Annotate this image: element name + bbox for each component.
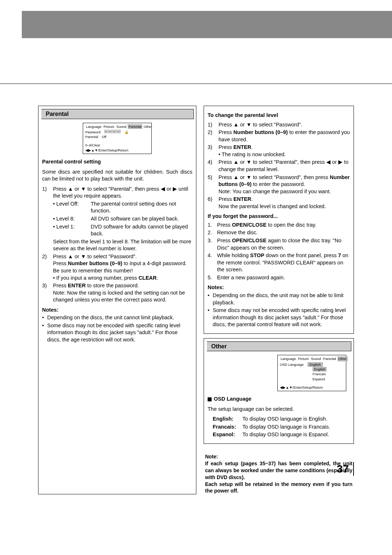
step-text: down on the front panel, press <box>264 252 338 258</box>
osd-hint: ◀▶▲▼/Enter/Setup/Return <box>280 385 344 390</box>
fstep-1: Press OPEN/CLOSE to open the disc tray. <box>208 222 350 229</box>
step-text: Press ▲ or ▼ to select "Parental", then … <box>219 159 348 172</box>
step-text: . <box>157 275 158 281</box>
notes-list: Depending on the discs, the unit may not… <box>208 292 350 328</box>
osd-lang-desc: To display OSD language is Francais. <box>242 424 330 431</box>
square-bullet-icon <box>208 397 212 401</box>
step-2: Press ▲ or ▼ to select "Password". Press… <box>42 253 192 281</box>
osd-option: English <box>313 367 327 372</box>
final-note: Note: If each setup (pages 35~37) has be… <box>204 453 354 494</box>
change-steps: Press ▲ or ▼ to select "Password". Press… <box>208 121 350 210</box>
note-line: Each setup will be retained in the memor… <box>205 481 352 494</box>
note-item: Depending on the discs, the unit cannot … <box>42 314 192 321</box>
level-row: Level 8:All DVD software can be played b… <box>58 215 192 223</box>
step-text: Press ▲ or ▼ to select "Password". <box>219 122 302 127</box>
notes-list: Depending on the discs, the unit cannot … <box>42 314 192 343</box>
step-sub: • The rating is now unlocked. <box>219 151 286 157</box>
fstep-3: Press OPEN/CLOSE again to close the disc… <box>208 237 350 251</box>
step-bold: ENTER <box>68 283 86 288</box>
level-desc: All DVD software can be played back. <box>91 215 179 223</box>
step-bold: OPEN/CLOSE <box>232 222 266 228</box>
forgot-steps: Press OPEN/CLOSE to open the disc tray. … <box>208 222 350 281</box>
notes-label: Notes: <box>42 307 192 314</box>
osd-tab: Sound <box>310 356 322 361</box>
osd-tab: Language <box>85 124 102 129</box>
step-text: to open the disc tray. <box>266 222 317 228</box>
step-text: Press <box>217 238 232 243</box>
step-text: Press <box>53 283 68 288</box>
parental-control-subhead: Parental control setting <box>42 158 192 166</box>
step-note: Note: Now the rating is locked and the s… <box>53 290 185 303</box>
step-text: Press <box>217 222 232 228</box>
step-bold: ENTER <box>233 144 251 150</box>
parental-heading: Parental <box>41 109 194 119</box>
step-text: Remove the disc. <box>217 230 258 235</box>
step-bold: Number buttons (0–9) <box>68 260 122 266</box>
osd-lang-desc: To display OSD language is English. <box>242 416 327 423</box>
osd-tab-selected: Other <box>338 356 348 361</box>
osd-tab: Language <box>280 356 297 361</box>
step-text: While holding <box>217 252 250 258</box>
osd-row-value: Off <box>102 134 106 139</box>
step-note: Note: You can change the password if you… <box>219 189 331 194</box>
fstep-2: Remove the disc. <box>208 229 350 236</box>
osd-lang-name: Espanol: <box>213 431 242 438</box>
osd-lang-row: Francais:To display OSD language is Fran… <box>213 424 350 431</box>
step-text: Press <box>219 144 233 150</box>
note-item: Some discs may not be encoded with speci… <box>208 307 350 328</box>
step-bold: Number buttons (0–9) <box>233 129 288 135</box>
page-number: 37 <box>337 462 354 476</box>
level-name: Level 1: <box>58 223 91 238</box>
cstep-6: Press ENTER.Now the parental level is ch… <box>208 196 350 210</box>
level-desc: The parental control setting does not fu… <box>91 200 192 215</box>
parental-section: Parental Language Picture Sound Parental… <box>38 106 196 494</box>
step-text: to store the password. <box>86 283 139 288</box>
other-section: Other Language Picture Sound Parental Ot… <box>204 338 354 444</box>
level-row: Level Off:The parental control setting d… <box>58 200 192 215</box>
osd-lang-row: English:To display OSD language is Engli… <box>213 416 350 423</box>
osd-tab-selected: Parental <box>128 124 142 129</box>
cstep-4: Press ▲ or ▼ to select "Parental", then … <box>208 159 350 173</box>
fstep-4: While holding STOP down on the front pan… <box>208 252 350 274</box>
step-1: Press ▲ or ▼ to select "Parental", then … <box>42 186 192 252</box>
osd-lang-name: Francais: <box>213 424 242 431</box>
osd-tab: Parental <box>322 356 336 361</box>
step-text: • If you input a wrong number, press <box>53 275 139 281</box>
step-bold: STOP <box>250 252 264 258</box>
change-parental-box: To change the parental level Press ▲ or … <box>204 106 354 334</box>
other-heading: Other <box>207 341 351 352</box>
level-name: Level 8: <box>58 215 91 223</box>
step-text: Press ▲ or ▼ to select "Password". <box>53 254 137 259</box>
step-bold: CLEAR <box>139 275 157 281</box>
parental-steps: Press ▲ or ▼ to select "Parental", then … <box>42 186 192 304</box>
step-text: Press ▲ or ▼ to select "Password", then … <box>219 174 330 180</box>
step-3: Press ENTER to store the password. Note:… <box>42 282 192 304</box>
parental-osd-screenshot: Language Picture Sound Parental Other Pa… <box>83 123 152 154</box>
forgot-head: If you forget the password... <box>208 213 350 220</box>
step-text: Enter a new password again. <box>217 275 285 280</box>
osd-intro: The setup language can be selected. <box>208 406 350 413</box>
osd-tab: Other <box>143 124 153 129</box>
osd-hint: ◀▶▲▼/Enter/Setup/Return <box>85 148 149 153</box>
level-row: Level 1:DVD software for adults cannot b… <box>58 223 192 238</box>
level-desc: DVD software for adults cannot be played… <box>91 223 192 238</box>
osd-tab: Picture <box>297 356 310 361</box>
osd-lang-row: Espanol:To display OSD language is Espan… <box>213 431 350 438</box>
step-text: Press ▲ or ▼ to select "Parental", then … <box>53 186 188 199</box>
notes-label: Notes: <box>208 284 350 291</box>
step-text: Press <box>219 129 233 135</box>
osd-tab: Picture <box>103 124 115 129</box>
osd-tab: Sound <box>116 124 127 129</box>
fstep-5: Enter a new password again. <box>208 274 350 281</box>
osd-language-text: OSD Language <box>214 396 252 402</box>
step-sub: Now the parental level is changed and lo… <box>219 203 326 209</box>
osd-row-label: Password <box>85 130 101 134</box>
cstep-5: Press ▲ or ▼ to select "Password", then … <box>208 174 350 195</box>
change-parental-head: To change the parental level <box>208 112 350 119</box>
osd-lang-name: English: <box>213 416 242 423</box>
password-field-icon: – – – – <box>104 130 121 133</box>
cstep-3: Press ENTER.• The rating is now unlocked… <box>208 144 350 158</box>
level-name: Level Off: <box>58 200 91 215</box>
osd-options: English Francais Espanol <box>313 367 344 381</box>
lock-icon: 🔒 <box>124 130 129 134</box>
